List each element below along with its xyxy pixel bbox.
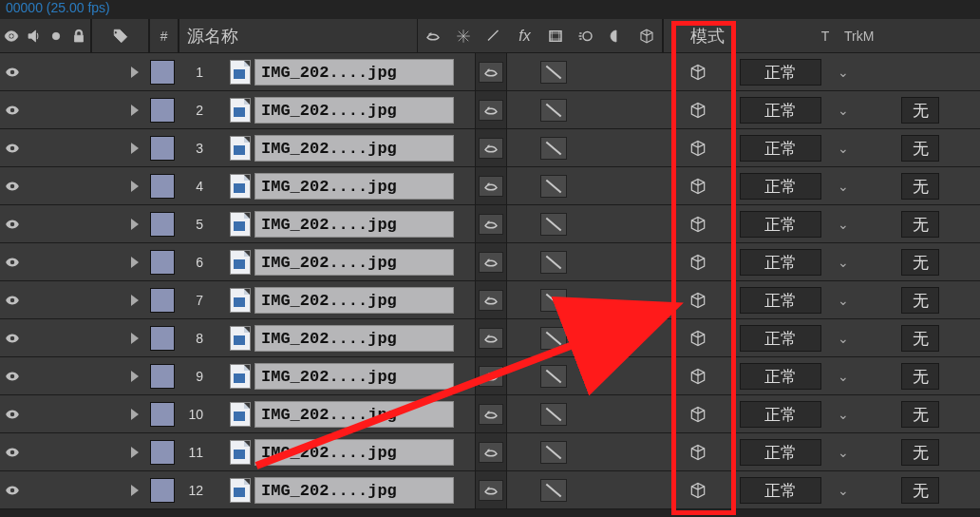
- label-color[interactable]: [146, 433, 179, 470]
- quality-switch[interactable]: [536, 319, 572, 356]
- audio-toggle[interactable]: [25, 205, 49, 242]
- layer-row[interactable]: 7 IMG_202....jpg 正常 ⌄ 无: [0, 281, 980, 319]
- fx-switch[interactable]: [572, 471, 600, 508]
- audio-toggle[interactable]: [25, 471, 49, 508]
- shy-switch[interactable]: [475, 91, 507, 128]
- fx-switch[interactable]: [572, 91, 600, 128]
- motion-blur-switch[interactable]: [629, 357, 655, 394]
- shy-switch[interactable]: [475, 53, 507, 90]
- lock-toggle[interactable]: [70, 357, 91, 394]
- quality-icon[interactable]: [483, 26, 504, 47]
- twirl-icon[interactable]: [123, 433, 146, 470]
- track-matte-dropdown[interactable]: 无: [901, 401, 939, 428]
- layer-source-name[interactable]: IMG_202....jpg: [254, 135, 454, 162]
- quality-switch[interactable]: [536, 395, 572, 432]
- collapse-switch[interactable]: [507, 319, 536, 356]
- chevron-down-icon[interactable]: ⌄: [826, 129, 860, 166]
- blend-mode-dropdown[interactable]: 正常: [740, 287, 821, 314]
- visibility-toggle[interactable]: [0, 357, 25, 394]
- layer-row[interactable]: 12 IMG_202....jpg 正常 ⌄ 无: [0, 471, 980, 509]
- layer-source-name[interactable]: IMG_202....jpg: [254, 363, 454, 390]
- shy-header-icon[interactable]: [423, 26, 443, 47]
- 3d-layer-switch[interactable]: [682, 357, 714, 394]
- collapse-switch[interactable]: [507, 167, 536, 204]
- twirl-icon[interactable]: [123, 167, 146, 204]
- twirl-icon[interactable]: [123, 53, 146, 90]
- quality-switch[interactable]: [536, 129, 572, 166]
- visibility-toggle[interactable]: [0, 205, 25, 242]
- track-matte-dropdown[interactable]: 无: [901, 325, 939, 352]
- label-color[interactable]: [146, 281, 179, 318]
- frame-blend-switch[interactable]: [600, 357, 629, 394]
- solo-toggle[interactable]: [49, 129, 70, 166]
- chevron-down-icon[interactable]: ⌄: [826, 319, 860, 356]
- chevron-down-icon[interactable]: ⌄: [826, 281, 860, 318]
- audio-toggle[interactable]: [25, 357, 49, 394]
- chevron-down-icon[interactable]: ⌄: [826, 471, 860, 508]
- adjustment-switch[interactable]: [655, 319, 682, 356]
- twirl-icon[interactable]: [123, 357, 146, 394]
- visibility-toggle[interactable]: [0, 471, 25, 508]
- lock-toggle[interactable]: [70, 395, 91, 432]
- 3d-layer-switch[interactable]: [682, 395, 714, 432]
- motion-blur-switch[interactable]: [629, 129, 655, 166]
- adjustment-switch[interactable]: [655, 91, 682, 128]
- audio-toggle[interactable]: [25, 129, 49, 166]
- adjustment-switch[interactable]: [655, 243, 682, 280]
- frame-blend-switch[interactable]: [600, 395, 629, 432]
- frame-blend-switch[interactable]: [600, 433, 629, 470]
- track-matte-dropdown[interactable]: 无: [901, 173, 939, 200]
- label-color[interactable]: [146, 395, 179, 432]
- visibility-toggle[interactable]: [0, 53, 25, 90]
- adjustment-switch[interactable]: [655, 395, 682, 432]
- lock-toggle[interactable]: [70, 433, 91, 470]
- motion-blur-switch[interactable]: [629, 53, 655, 90]
- layer-source-name[interactable]: IMG_202....jpg: [254, 211, 454, 238]
- layer-row[interactable]: 1 IMG_202....jpg 正常 ⌄: [0, 53, 980, 91]
- quality-switch[interactable]: [536, 53, 572, 90]
- 3d-layer-switch[interactable]: [682, 319, 714, 356]
- collapse-switch[interactable]: [507, 471, 536, 508]
- shy-switch[interactable]: [475, 319, 507, 356]
- motion-blur-switch[interactable]: [629, 281, 655, 318]
- blend-mode-dropdown[interactable]: 正常: [740, 135, 821, 162]
- fx-switch[interactable]: [572, 357, 600, 394]
- blend-mode-dropdown[interactable]: 正常: [740, 211, 821, 238]
- eye-icon[interactable]: [1, 26, 22, 47]
- visibility-toggle[interactable]: [0, 281, 25, 318]
- blend-mode-header[interactable]: 模式: [683, 25, 732, 48]
- visibility-toggle[interactable]: [0, 319, 25, 356]
- layer-source-name[interactable]: IMG_202....jpg: [254, 439, 454, 466]
- fx-switch[interactable]: [572, 243, 600, 280]
- label-color[interactable]: [146, 129, 179, 166]
- twirl-icon[interactable]: [123, 319, 146, 356]
- solo-toggle[interactable]: [49, 243, 70, 280]
- audio-toggle[interactable]: [25, 53, 49, 90]
- adjustment-switch[interactable]: [655, 129, 682, 166]
- layer-row[interactable]: 11 IMG_202....jpg 正常 ⌄ 无: [0, 433, 980, 471]
- audio-toggle[interactable]: [25, 319, 49, 356]
- solo-icon[interactable]: [46, 26, 66, 47]
- solo-toggle[interactable]: [49, 319, 70, 356]
- solo-toggle[interactable]: [49, 91, 70, 128]
- shy-switch[interactable]: [475, 471, 507, 508]
- collapse-switch[interactable]: [507, 205, 536, 242]
- chevron-down-icon[interactable]: ⌄: [826, 395, 860, 432]
- solo-toggle[interactable]: [49, 205, 70, 242]
- label-color[interactable]: [146, 357, 179, 394]
- 3d-layer-switch[interactable]: [682, 53, 714, 90]
- layer-row[interactable]: 9 IMG_202....jpg 正常 ⌄ 无: [0, 357, 980, 395]
- track-matte-dropdown[interactable]: 无: [901, 97, 939, 124]
- layer-source-name[interactable]: IMG_202....jpg: [254, 325, 454, 352]
- adjustment-switch[interactable]: [655, 205, 682, 242]
- chevron-down-icon[interactable]: ⌄: [826, 243, 860, 280]
- audio-toggle[interactable]: [25, 281, 49, 318]
- shy-switch[interactable]: [475, 357, 507, 394]
- adjustment-switch[interactable]: [655, 433, 682, 470]
- frame-blend-switch[interactable]: [600, 167, 629, 204]
- chevron-down-icon[interactable]: ⌄: [826, 357, 860, 394]
- layer-source-name[interactable]: IMG_202....jpg: [254, 401, 454, 428]
- lock-toggle[interactable]: [70, 167, 91, 204]
- fx-switch[interactable]: [572, 129, 600, 166]
- twirl-icon[interactable]: [123, 281, 146, 318]
